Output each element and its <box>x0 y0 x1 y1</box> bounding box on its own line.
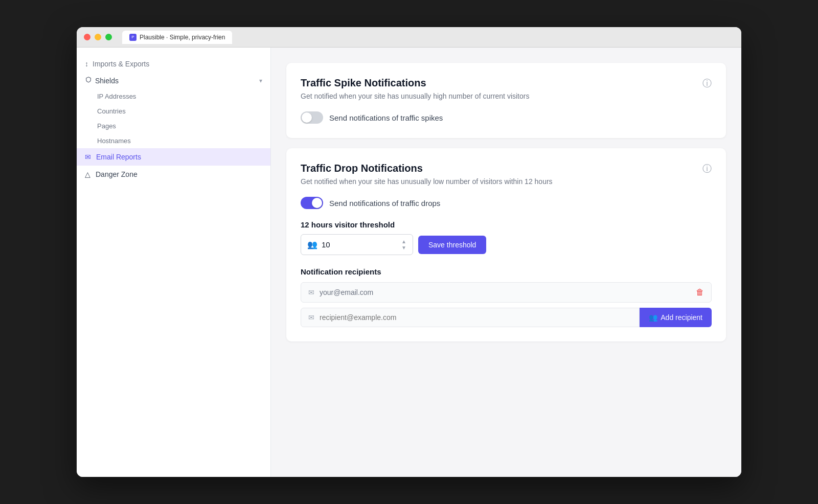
spike-toggle-knob <box>302 112 312 123</box>
warning-icon: △ <box>85 170 90 178</box>
sidebar-item-hostnames[interactable]: Hostnames <box>77 133 270 148</box>
delete-recipient-button[interactable]: 🗑 <box>696 288 704 297</box>
maximize-button[interactable] <box>105 34 112 40</box>
close-button[interactable] <box>84 34 90 40</box>
existing-email: your@email.com <box>320 288 696 296</box>
mail-icon-existing: ✉ <box>308 288 314 296</box>
spike-card-title: Traffic Spike Notifications <box>301 77 712 89</box>
threshold-label: 12 hours visitor threshold <box>301 220 712 229</box>
titlebar: P Plausible · Simple, privacy-frien <box>77 27 741 48</box>
chevron-down-icon: ▾ <box>259 77 262 84</box>
email-reports-label: Email Reports <box>96 153 141 161</box>
sidebar-item-email-reports[interactable]: ✉ Email Reports <box>77 148 270 166</box>
recipient-row-existing: ✉ your@email.com 🗑 <box>301 282 712 303</box>
save-threshold-button[interactable]: Save threshold <box>418 236 486 254</box>
shields-label: Shields <box>95 77 119 85</box>
drop-toggle-knob <box>312 198 322 208</box>
add-user-icon: 👥 <box>649 313 657 322</box>
drop-card-title: Traffic Drop Notifications <box>301 163 712 174</box>
app-window: P Plausible · Simple, privacy-frien ↕ Im… <box>77 27 741 477</box>
spike-toggle-row: Send notifications of traffic spikes <box>301 111 712 124</box>
mail-icon-new: ✉ <box>308 313 314 322</box>
spinner-arrows[interactable]: ▲ ▼ <box>401 239 406 250</box>
sidebar-item-countries[interactable]: Countries <box>77 104 270 119</box>
drop-toggle-label: Send notifications of traffic drops <box>329 199 440 208</box>
drop-toggle-row: Send notifications of traffic drops <box>301 197 712 209</box>
spike-card-subtitle: Get notified when your site has unusuall… <box>301 92 712 100</box>
drop-info-icon[interactable]: ⓘ <box>702 163 712 175</box>
threshold-input-row: 👥 ▲ ▼ Save threshold <box>301 234 712 255</box>
recipients-label: Notification recipients <box>301 267 712 276</box>
threshold-section: 12 hours visitor threshold 👥 ▲ ▼ Save th… <box>301 220 712 255</box>
threshold-input[interactable] <box>322 240 399 249</box>
spike-card: ⓘ Traffic Spike Notifications Get notifi… <box>286 63 726 138</box>
people-icon: 👥 <box>307 240 317 249</box>
new-recipient-input[interactable] <box>320 313 632 322</box>
add-button-label: Add recipient <box>661 313 702 322</box>
recipients-section: Notification recipients ✉ your@email.com… <box>301 267 712 327</box>
tab-title: Plausible · Simple, privacy-frien <box>140 34 225 41</box>
spike-toggle-label: Send notifications of traffic spikes <box>329 113 443 122</box>
spike-info-icon[interactable]: ⓘ <box>702 77 712 89</box>
drop-card: ⓘ Traffic Drop Notifications Get notifie… <box>286 148 726 341</box>
main-layout: ↕ Imports & Exports Shields ▾ IP Address… <box>77 48 741 477</box>
tab-favicon: P <box>129 34 137 41</box>
minimize-button[interactable] <box>95 34 101 40</box>
sidebar-item-pages[interactable]: Pages <box>77 119 270 133</box>
shield-icon <box>85 76 92 85</box>
envelope-icon: ✉ <box>85 153 91 161</box>
threshold-input-wrap: 👥 ▲ ▼ <box>301 234 413 255</box>
browser-tab[interactable]: P Plausible · Simple, privacy-frien <box>122 31 232 44</box>
add-recipient-row: ✉ 👥 Add recipient <box>301 308 712 327</box>
add-recipient-input-wrap: ✉ <box>301 308 640 327</box>
drop-toggle[interactable] <box>301 197 323 209</box>
sidebar-item-shields[interactable]: Shields ▾ <box>77 72 270 89</box>
sidebar-item-ip-addresses[interactable]: IP Addresses <box>77 89 270 104</box>
sidebar-label-imports: Imports & Exports <box>93 60 149 68</box>
sidebar-item-danger-zone[interactable]: △ Danger Zone <box>77 166 270 183</box>
danger-zone-label: Danger Zone <box>96 170 138 178</box>
sidebar-item-imports-exports[interactable]: ↕ Imports & Exports <box>77 56 270 72</box>
drop-card-subtitle: Get notified when your site has unusuall… <box>301 177 712 186</box>
spike-toggle[interactable] <box>301 111 323 124</box>
add-recipient-button[interactable]: 👥 Add recipient <box>640 308 712 327</box>
import-export-icon: ↕ <box>85 60 88 68</box>
content-area: ⓘ Traffic Spike Notifications Get notifi… <box>271 48 741 477</box>
sidebar: ↕ Imports & Exports Shields ▾ IP Address… <box>77 48 271 477</box>
